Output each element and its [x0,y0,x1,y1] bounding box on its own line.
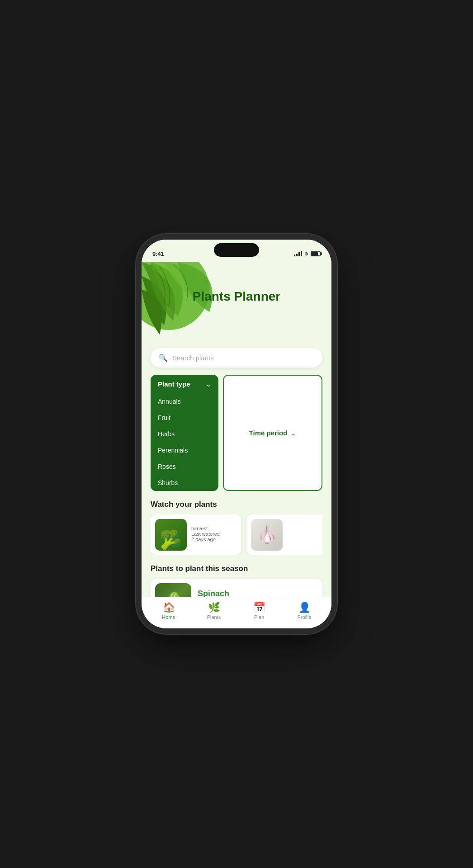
nav-plants[interactable]: 🌿 Plants [191,602,236,620]
nav-plan[interactable]: 📅 Plan [236,602,282,620]
signal-icon [294,251,302,256]
plant-type-option-shurbs[interactable]: Shurbs [151,475,218,491]
wifi-icon: ⊛ [304,251,308,257]
broccoli-icon: 🥦 [160,529,182,551]
search-bar[interactable]: 🔍 Search plants [151,348,322,368]
plant-type-option-annuals[interactable]: Annuals [151,393,218,410]
nav-plants-label: Plants [207,614,221,620]
plan-icon: 📅 [253,602,265,613]
status-time: 9:41 [152,250,164,257]
plant-type-option-roses[interactable]: Roses [151,458,218,475]
watch-watered-value: 2 days ago [191,537,236,542]
time-period-button[interactable]: Time period ⌄ [223,375,322,491]
garlic-icon: 🧄 [256,525,278,545]
search-icon: 🔍 [159,354,168,362]
app-title: Plants Planner [142,289,331,304]
battery-icon [311,251,321,256]
nav-home-label: Home [162,614,175,620]
plant-type-option-perennials[interactable]: Perennials [151,442,218,458]
watch-cards: 🥦 harvest Last watered 2 days ago 🧄 [151,514,322,555]
home-icon: 🏠 [163,602,175,613]
plant-type-dropdown[interactable]: Plant type ⌄ Annuals Fruit Herbs Perenni… [151,375,218,491]
profile-icon: 👤 [298,602,311,613]
plant-type-menu: Annuals Fruit Herbs Perennials Roses Shu… [151,393,218,491]
time-period-chevron-icon: ⌄ [291,429,296,437]
time-period-label: Time period [249,429,288,437]
watch-watered-label: Last watered [191,531,236,537]
watch-card-broccoli-info: harvest Last watered 2 days ago [191,526,236,544]
hero-section: Plants Planner [142,262,331,353]
plant-type-option-fruit[interactable]: Fruit [151,410,218,426]
nav-profile[interactable]: 👤 Profile [282,602,327,620]
watch-card-broccoli-image: 🥦 [155,519,187,551]
watch-section-title: Watch your plants [151,500,322,509]
leaves-decoration [142,262,236,353]
plant-type-chevron-icon: ⌄ [206,381,211,388]
dynamic-island [214,243,259,257]
content-scroll[interactable]: Plants Planner 🔍 Search plants Plant typ… [142,262,331,619]
watch-card-broccoli[interactable]: 🥦 harvest Last watered 2 days ago [151,514,241,555]
plant-type-label: Plant type [158,380,190,388]
nav-plan-label: Plan [254,614,264,620]
search-placeholder: Search plants [172,354,214,362]
watch-card-garlic[interactable]: 🧄 [246,514,322,555]
phone-frame: 9:41 ⊛ [142,240,331,628]
plants-icon: 🌿 [208,602,220,613]
bottom-nav: 🏠 Home 🌿 Plants 📅 Plan 👤 Profile [142,597,331,628]
watch-card-garlic-image: 🧄 [251,519,283,551]
phone-screen: 9:41 ⊛ [142,240,331,628]
season-section-title: Plants to plant this season [151,564,322,573]
search-section: 🔍 Search plants [142,348,331,375]
nav-home[interactable]: 🏠 Home [146,602,191,620]
watch-harvest-label: harvest [191,526,236,531]
status-icons: ⊛ [294,251,321,257]
filters-section: Plant type ⌄ Annuals Fruit Herbs Perenni… [142,375,331,496]
nav-profile-label: Profile [297,614,311,620]
watch-section: Watch your plants 🥦 harvest Last watered… [142,496,331,561]
plant-type-header[interactable]: Plant type ⌄ [151,375,218,393]
plant-type-option-herbs[interactable]: Herbs [151,426,218,442]
